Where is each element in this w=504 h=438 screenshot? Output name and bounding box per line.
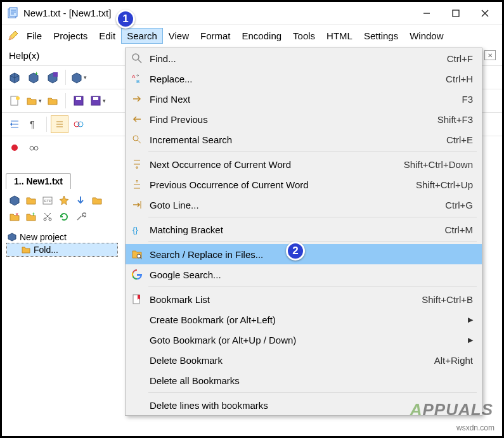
find-prev-icon (128, 113, 146, 125)
svg-point-26 (49, 218, 51, 221)
bracket-icon: {} (128, 224, 146, 235)
menu-replace[interactable]: AB Replace... Ctrl+H (126, 68, 482, 89)
svg-point-31 (133, 136, 138, 141)
menu-tools[interactable]: Tools (287, 28, 321, 44)
svg-point-27 (132, 54, 139, 60)
scissors-icon[interactable] (40, 209, 55, 224)
menu-delete-bookmark[interactable]: Delete Bookmark Alt+Right (126, 350, 482, 370)
svg-text:A: A (132, 74, 136, 79)
prev-word-icon (128, 179, 146, 190)
down-arrow-icon[interactable] (73, 193, 88, 208)
menu-create-bookmark[interactable]: Create Bookmark (or Alt+Left) ▶ (126, 309, 482, 330)
footer-domain: wsxdn.com (456, 423, 494, 432)
pilcrow-icon[interactable]: ¶ (25, 115, 42, 133)
menu-edit[interactable]: Edit (93, 28, 121, 44)
menu-search[interactable]: Search (121, 28, 163, 44)
indent-icon[interactable] (6, 115, 23, 133)
cube-plus-icon[interactable]: + (25, 68, 42, 86)
svg-point-16 (78, 122, 83, 127)
magnifier-icon (128, 53, 146, 64)
menu-format[interactable]: Format (195, 28, 236, 44)
cube-dropdown[interactable] (70, 68, 87, 86)
close-button[interactable] (470, 4, 500, 23)
ftp-icon[interactable]: FTP (40, 193, 55, 208)
menu-delete-all-bookmarks[interactable]: Delete all Bookmarks (126, 370, 482, 390)
menu-projects[interactable]: Projects (48, 28, 93, 44)
compare-icon[interactable] (70, 115, 87, 133)
cube-save-icon[interactable] (44, 68, 61, 86)
svg-point-18 (30, 146, 34, 150)
open-folder2-icon[interactable] (44, 92, 61, 110)
submenu-arrow-icon: ▶ (468, 336, 473, 344)
menu-prev-occurrence[interactable]: Previous Occurrence of Current Word Shif… (126, 174, 482, 195)
save-dropdown-icon[interactable] (89, 92, 107, 110)
find-next-icon (128, 93, 146, 105)
document-tab[interactable]: 1.. New1.txt (6, 173, 71, 189)
svg-point-9 (16, 96, 20, 100)
open-folder-icon[interactable] (25, 92, 42, 110)
glasses-icon[interactable] (25, 139, 42, 157)
menu-file[interactable]: File (21, 28, 48, 44)
menu-bookmark-list[interactable]: Bookmark List Shift+Ctrl+B (126, 289, 482, 309)
svg-rect-3 (453, 10, 459, 16)
new-file-icon[interactable] (6, 92, 23, 110)
svg-text:B: B (136, 79, 139, 84)
star-icon[interactable] (56, 193, 72, 208)
menu-next-occurrence[interactable]: Next Occurrence of Current Word Shift+Ct… (126, 154, 482, 174)
svg-point-25 (44, 218, 46, 221)
svg-text:{}: {} (132, 225, 138, 235)
minimize-button[interactable] (412, 4, 441, 23)
svg-point-17 (11, 145, 18, 151)
cube-small-icon[interactable] (7, 193, 22, 208)
folder-plus-icon[interactable]: + (23, 209, 39, 224)
tree-folder-row[interactable]: Fold... (7, 243, 117, 256)
menu-goto-bookmark[interactable]: Goto Bookmark (or Alt+Up / Down) ▶ (126, 330, 482, 350)
pencil-icon (7, 30, 18, 42)
project-label: New project (20, 232, 67, 242)
sidebar: 1.. New1.txt FTP × + New project Fold... (6, 173, 119, 259)
menu-encoding[interactable]: Encoding (236, 28, 288, 44)
maximize-button[interactable] (441, 4, 470, 23)
annotation-badge-2: 2 (286, 242, 305, 261)
menu-goto-line[interactable]: Goto Line... Ctrl+G (126, 195, 482, 215)
menu-window[interactable]: Window (404, 28, 449, 44)
search-menu: Find... Ctrl+F AB Replace... Ctrl+H Find… (125, 48, 482, 416)
svg-line-28 (138, 60, 141, 63)
save-icon[interactable] (70, 92, 87, 110)
list-icon[interactable] (51, 115, 68, 133)
menu-matching-bracket[interactable]: {} Matching Bracket Ctrl+M (126, 219, 482, 240)
tree-project-row[interactable]: New project (7, 231, 117, 243)
submenu-arrow-icon: ▶ (468, 316, 473, 324)
cube-icon[interactable] (6, 68, 23, 86)
menu-incremental[interactable]: Incremental Search Ctrl+E (126, 129, 482, 150)
goto-icon (128, 199, 146, 210)
svg-rect-7 (53, 72, 58, 77)
record-icon[interactable] (6, 139, 23, 157)
mdi-close[interactable]: ✕ (484, 50, 496, 60)
menu-view[interactable]: View (163, 28, 195, 44)
svg-text:+: + (35, 71, 38, 77)
svg-rect-13 (93, 97, 98, 100)
folder-small-icon[interactable] (23, 193, 39, 208)
window-title: New1.txt - [New1.txt] (23, 8, 412, 18)
tools-icon[interactable] (73, 209, 88, 224)
menu-find[interactable]: Find... Ctrl+F (126, 48, 482, 68)
folder-x-icon[interactable]: × (7, 209, 22, 224)
menu-find-prev[interactable]: Find Previous Shift+F3 (126, 109, 482, 129)
menu-settings[interactable]: Settings (358, 28, 404, 44)
project-tree: New project Fold... (6, 228, 119, 259)
folder-label: Fold... (34, 245, 58, 255)
refresh-icon[interactable] (56, 209, 72, 224)
menu-html[interactable]: HTML (321, 28, 358, 44)
svg-rect-11 (76, 97, 81, 100)
svg-point-19 (34, 146, 38, 150)
menu-google-search[interactable]: Google Search... (126, 264, 482, 285)
cube-tree-icon (7, 232, 17, 242)
menu-find-next[interactable]: Find Next F3 (126, 89, 482, 109)
svg-text:×: × (15, 211, 18, 217)
svg-text:¶: ¶ (30, 119, 35, 129)
svg-line-32 (138, 140, 141, 143)
folder-copy-icon[interactable] (89, 193, 105, 208)
bookmark-icon (128, 293, 146, 305)
incremental-icon (128, 134, 146, 145)
